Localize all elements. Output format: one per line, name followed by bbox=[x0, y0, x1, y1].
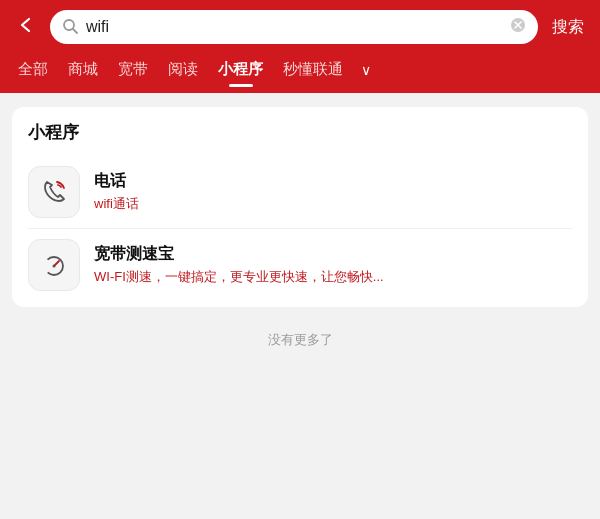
speedtest-item-title: 宽带测速宝 bbox=[94, 244, 572, 265]
search-bar[interactable]: wifi bbox=[50, 10, 538, 44]
search-button[interactable]: 搜索 bbox=[548, 17, 588, 38]
phone-icon bbox=[28, 166, 80, 218]
phone-item-subtitle: wifi通话 bbox=[94, 195, 572, 213]
phone-item-title: 电话 bbox=[94, 171, 572, 192]
speedtest-icon bbox=[28, 239, 80, 291]
tab-more-icon[interactable]: ∨ bbox=[355, 56, 377, 84]
search-query: wifi bbox=[86, 18, 502, 36]
svg-line-1 bbox=[73, 29, 77, 33]
list-item[interactable]: 宽带测速宝 WI-FI测速，一键搞定，更专业更快速，让您畅快... bbox=[28, 229, 572, 301]
tab-bar: 全部 商城 宽带 阅读 小程序 秒懂联通 ∨ bbox=[0, 54, 600, 93]
svg-point-7 bbox=[53, 265, 56, 268]
speedtest-item-subtitle: WI-FI测速，一键搞定，更专业更快速，让您畅快... bbox=[94, 268, 572, 286]
section-title: 小程序 bbox=[28, 121, 572, 144]
content-area: 小程序 电话 wifi通话 bbox=[0, 93, 600, 512]
miniapp-section: 小程序 电话 wifi通话 bbox=[12, 107, 588, 307]
phone-subtitle-keyword: wifi bbox=[94, 196, 113, 211]
clear-icon[interactable] bbox=[510, 17, 526, 37]
tab-quicklearn[interactable]: 秒懂联通 bbox=[273, 54, 353, 85]
tab-miniapp[interactable]: 小程序 bbox=[208, 54, 273, 85]
tab-reading[interactable]: 阅读 bbox=[158, 54, 208, 85]
tab-broadband[interactable]: 宽带 bbox=[108, 54, 158, 85]
search-icon bbox=[62, 18, 78, 37]
tab-all[interactable]: 全部 bbox=[8, 54, 58, 85]
back-button[interactable] bbox=[12, 15, 40, 40]
header: wifi 搜索 bbox=[0, 0, 600, 54]
phone-subtitle-text: 通话 bbox=[113, 196, 139, 211]
phone-item-info: 电话 wifi通话 bbox=[94, 171, 572, 213]
no-more-label: 没有更多了 bbox=[12, 307, 588, 359]
tab-mall[interactable]: 商城 bbox=[58, 54, 108, 85]
speedtest-item-info: 宽带测速宝 WI-FI测速，一键搞定，更专业更快速，让您畅快... bbox=[94, 244, 572, 286]
list-item[interactable]: 电话 wifi通话 bbox=[28, 156, 572, 229]
